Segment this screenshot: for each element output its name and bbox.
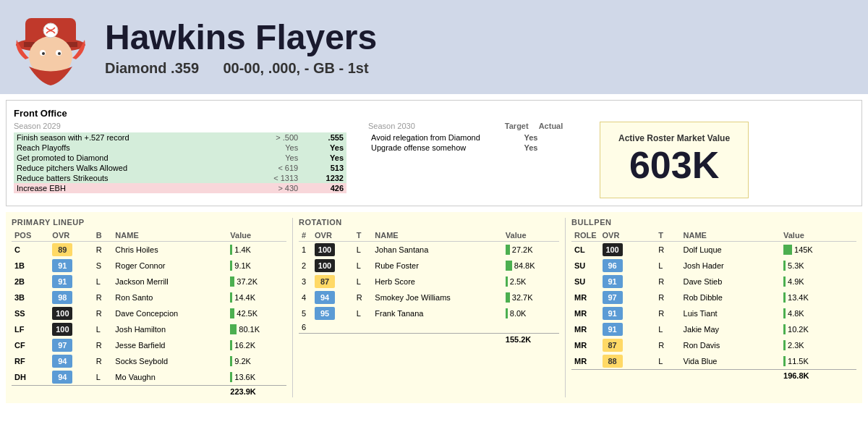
fo-2030-target: Yes: [513, 143, 549, 153]
bullpen-t: L: [655, 353, 680, 370]
bullpen-role: SU: [571, 258, 600, 274]
rotation-col-num: #: [299, 229, 312, 242]
lineup-pos: 3B: [12, 290, 49, 305]
bullpen-t: R: [655, 274, 680, 290]
rotation-name: [372, 321, 502, 334]
bullpen-name: Jakie May: [681, 321, 781, 337]
bullpen-title: BULLPEN: [571, 218, 856, 227]
bullpen-value: 2.3K: [780, 337, 856, 353]
bullpen-name: Dolf Luque: [681, 242, 781, 258]
rotation-t: [354, 321, 373, 334]
lineup-ovr: 94: [49, 369, 93, 386]
bullpen-col-t: T: [655, 229, 680, 242]
lineup-section: PRIMARY LINEUP POS OVR B NAME Value C 89…: [12, 218, 286, 397]
lineup-ovr: 94: [49, 353, 93, 369]
lineup-ovr: 97: [49, 337, 93, 353]
bullpen-value: 11.5K: [780, 353, 856, 370]
bullpen-role: CL: [571, 242, 600, 258]
rotation-value: 27.2K: [503, 242, 559, 258]
rotation-name: Rube Foster: [372, 258, 502, 274]
lineup-b: R: [93, 353, 113, 369]
rotation-row: 3 87 L Herb Score 2.5K: [299, 274, 559, 290]
fo-right: Season 2030 Target Actual Avoid relegati…: [368, 122, 749, 198]
season-2030-label: Season 2030: [368, 122, 415, 130]
bullpen-col-ovr: OVR: [600, 229, 656, 242]
rotation-t: L: [354, 305, 373, 321]
lineup-row: 3B 98 R Ron Santo 14.4K: [12, 290, 286, 305]
rotation-num: 1: [299, 242, 312, 258]
rotation-ovr: 100: [312, 258, 354, 274]
rotation-row: 6: [299, 321, 559, 334]
lineup-name: Josh Hamilton: [112, 321, 227, 337]
bullpen-total-value: 196.8K: [780, 370, 856, 382]
front-office-inner: Season 2029 Finish season with +.527 rec…: [14, 122, 854, 198]
bullpen-ovr: 96: [600, 258, 656, 274]
lineup-pos: 2B: [12, 274, 49, 290]
lineup-value: 16.2K: [227, 337, 286, 353]
bullpen-ovr: 91: [600, 305, 656, 321]
lineup-col-b: B: [93, 229, 113, 242]
lineup-total-label: [12, 386, 227, 398]
bullpen-role: MR: [571, 290, 600, 305]
bullpen-ovr: 91: [600, 321, 656, 337]
rotation-col-value: Value: [503, 229, 559, 242]
fo-2030-actual: [549, 143, 585, 153]
market-value-label: Active Roster Market Value: [618, 133, 730, 143]
lineup-name: Jackson Merrill: [112, 274, 227, 290]
rotation-value: [503, 321, 559, 334]
lineup-name: Jesse Barfield: [112, 337, 227, 353]
bullpen-ovr: 97: [600, 290, 656, 305]
fo-2029-actual: 426: [301, 183, 346, 193]
bullpen-value: 5.3K: [780, 258, 856, 274]
sections-container: PRIMARY LINEUP POS OVR B NAME Value C 89…: [12, 218, 856, 397]
front-office-panel: Front Office Season 2029 Finish season w…: [6, 100, 862, 206]
bullpen-col-role: ROLE: [571, 229, 600, 242]
bullpen-table: ROLE OVR T NAME Value CL 100 R Dolf Luqu…: [571, 229, 856, 381]
rotation-row: 2 100 L Rube Foster 84.8K: [299, 258, 559, 274]
season-2029-label: Season 2029: [14, 122, 346, 130]
bullpen-t: L: [655, 258, 680, 274]
rotation-value: 32.7K: [503, 290, 559, 305]
svg-point-6: [42, 52, 45, 55]
market-value-block: Active Roster Market Value 603K: [600, 122, 749, 198]
lineup-title: PRIMARY LINEUP: [12, 218, 286, 227]
lineup-ovr: 89: [49, 242, 93, 258]
rotation-section: ROTATION # OVR T NAME Value 1 100 L Joha…: [299, 218, 559, 397]
lineup-name: Chris Hoiles: [112, 242, 227, 258]
team-logo: [11, 7, 90, 87]
bullpen-role: MR: [571, 353, 600, 370]
fo-2030-target: Yes: [513, 132, 549, 143]
lineup-value: 14.4K: [227, 290, 286, 305]
lineup-col-value: Value: [227, 229, 286, 242]
lineup-table: POS OVR B NAME Value C 89 R Chris Hoiles…: [12, 229, 286, 397]
rotation-name: Herb Score: [372, 274, 502, 290]
rotation-ovr: 95: [312, 305, 354, 321]
lineup-pos: LF: [12, 321, 49, 337]
svg-point-7: [58, 52, 61, 55]
rotation-total-value: 155.2K: [503, 334, 559, 346]
fo-2029-target: Yes: [242, 153, 301, 163]
bullpen-row: SU 91 R Dave Stieb 4.9K: [571, 274, 856, 290]
bullpen-value: 145K: [780, 242, 856, 258]
fo-2029-target: Yes: [242, 143, 301, 153]
lineup-b: R: [93, 290, 113, 305]
rotation-col-t: T: [354, 229, 373, 242]
bullpen-row: MR 87 R Ron Davis 2.3K: [571, 337, 856, 353]
lineup-ovr: 100: [49, 321, 93, 337]
rotation-value: 84.8K: [503, 258, 559, 274]
lineup-pos: 1B: [12, 258, 49, 274]
divider-2: [565, 218, 566, 397]
rotation-name: Johan Santana: [372, 242, 502, 258]
bullpen-value: 4.9K: [780, 274, 856, 290]
bullpen-row: MR 91 R Luis Tiant 4.8K: [571, 305, 856, 321]
rotation-ovr: 94: [312, 290, 354, 305]
fo-2029-actual: .555: [301, 132, 346, 143]
bullpen-name: Ron Davis: [681, 337, 781, 353]
fo-2029-desc: Reach Playoffs: [14, 143, 242, 153]
fo-2029-target: > .500: [242, 132, 301, 143]
lineup-name: Mo Vaughn: [112, 369, 227, 386]
bullpen-t: R: [655, 242, 680, 258]
lineup-value: 42.5K: [227, 305, 286, 321]
lineup-b: R: [93, 337, 113, 353]
bullpen-col-value: Value: [780, 229, 856, 242]
